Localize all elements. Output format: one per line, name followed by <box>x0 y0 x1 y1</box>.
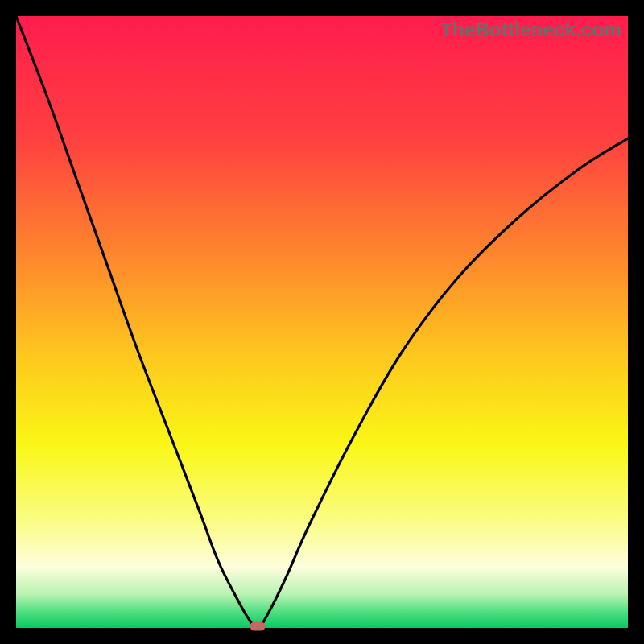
watermark-text: TheBottleneck.com <box>440 19 621 41</box>
bottleneck-curve <box>16 16 628 628</box>
optimal-point-marker <box>250 622 266 631</box>
chart-frame: TheBottleneck.com <box>16 16 628 628</box>
